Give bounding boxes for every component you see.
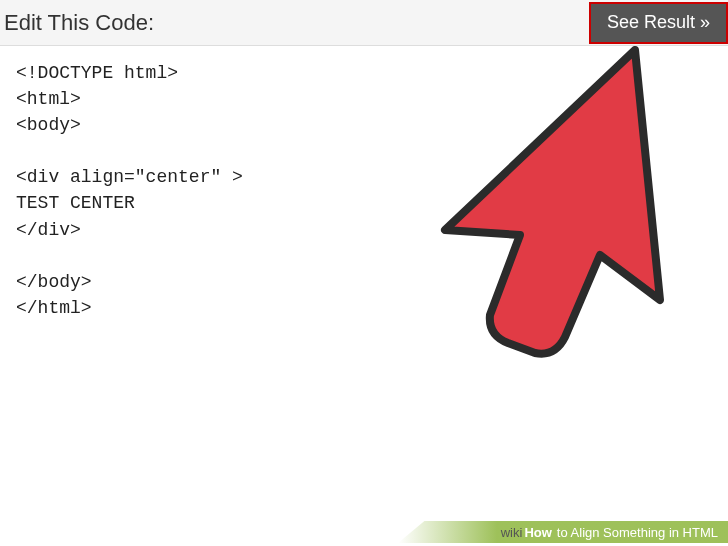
editor-title: Edit This Code: [4, 10, 154, 36]
code-editor[interactable]: <!DOCTYPE html> <html> <body> <div align… [0, 46, 728, 335]
watermark-article: to Align Something in HTML [557, 525, 718, 540]
see-result-button[interactable]: See Result » [589, 2, 728, 44]
watermark-prefix: wiki [501, 525, 523, 540]
watermark-brand: How [524, 525, 551, 540]
editor-header: Edit This Code: See Result » [0, 0, 728, 46]
watermark: wikiHow to Align Something in HTML [501, 525, 718, 540]
